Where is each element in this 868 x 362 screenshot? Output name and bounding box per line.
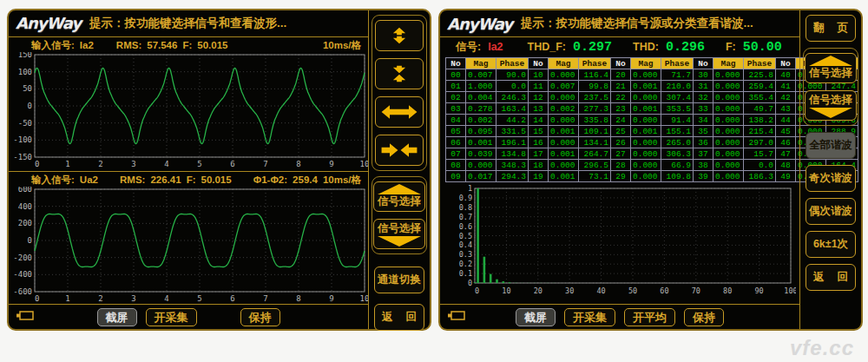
vertical-compress-button[interactable] <box>375 58 424 89</box>
svg-text:4: 4 <box>164 160 168 168</box>
thdf-label: THD_F: <box>528 41 566 53</box>
hold-button[interactable]: 保持 <box>240 308 280 326</box>
scope2-info: 输入信号: Ua2 RMS: 226.41 F: 50.015 Φ1-Φ2: 2… <box>9 171 368 187</box>
vertical-expand-button[interactable] <box>375 20 424 51</box>
cell-phase: 306.3 <box>661 148 694 160</box>
cell-mag: 0.278 <box>466 103 496 115</box>
svg-text:60: 60 <box>660 286 668 295</box>
channel-switch-button[interactable]: 通道切换 <box>374 267 424 293</box>
back-button[interactable]: 返 回 <box>806 264 856 291</box>
hold-button[interactable]: 保持 <box>684 308 724 326</box>
svg-text:5: 5 <box>197 160 201 168</box>
svg-text:6: 6 <box>230 294 234 303</box>
odd-harmonics-button[interactable]: 奇次谐波 <box>806 165 856 192</box>
page-label-left: 翻 <box>813 21 825 36</box>
cell-mag: 0.004 <box>466 92 496 103</box>
signal-select-up-button[interactable]: 信号选择 <box>805 53 857 83</box>
cell-phase: 297.0 <box>744 137 776 148</box>
cell-phase: 335.8 <box>579 115 611 126</box>
cell-no: 08 <box>446 160 466 171</box>
cell-no: 33 <box>694 103 713 115</box>
cell-no: 15 <box>529 126 549 137</box>
table-row: 090.017294.3190.00173.1290.000109.8390.0… <box>446 171 858 182</box>
bottom-bar: 截屏 开采集 开平均 保持 <box>440 304 799 329</box>
svg-text:0.3: 0.3 <box>459 250 472 259</box>
horizontal-compress-button[interactable] <box>375 135 424 166</box>
even-harmonics-button[interactable]: 偶次谐波 <box>806 198 856 225</box>
cell-mag: 0.001 <box>549 126 579 137</box>
all-harmonics-button[interactable]: 全部谐波 <box>806 132 856 159</box>
svg-text:0.4: 0.4 <box>459 240 472 249</box>
col-header-no: No <box>611 58 631 69</box>
cell-no: 02 <box>446 92 466 103</box>
scope1-signal-label: 输入信号: <box>31 39 75 52</box>
cell-mag: 0.000 <box>631 171 661 182</box>
col-header-no: No <box>446 58 466 69</box>
cell-mag: 0.007 <box>549 81 579 92</box>
cell-phase: 134.8 <box>496 148 529 160</box>
start-acquire-button[interactable]: 开采集 <box>564 308 615 326</box>
back-label-left: 返 <box>813 270 825 285</box>
svg-text:2: 2 <box>98 160 102 168</box>
cell-mag: 0.000 <box>713 69 744 81</box>
cell-phase: 15.7 <box>744 148 776 160</box>
scope2-phase-label: Φ1-Φ2: <box>253 174 287 185</box>
signal-label: 信号: <box>456 40 481 55</box>
cell-mag: 0.095 <box>466 126 496 137</box>
table-row: 070.039134.8170.001264.7270.000306.3370.… <box>446 148 858 160</box>
cell-mag: 0.000 <box>549 115 579 126</box>
cell-phase: 348.3 <box>496 160 529 171</box>
col-header-mag: Mag <box>549 58 579 69</box>
screenshot-button[interactable]: 截屏 <box>516 308 556 326</box>
vertical-expand-icon <box>382 24 417 47</box>
cell-mag: 0.000 <box>549 137 579 148</box>
horizontal-expand-button[interactable] <box>375 96 424 128</box>
svg-text:100: 100 <box>18 67 32 76</box>
signal-select-up-button[interactable]: 信号选择 <box>373 181 425 212</box>
back-label-left: 返 <box>382 310 393 325</box>
cell-no: 06 <box>446 137 466 148</box>
cell-no: 29 <box>611 171 631 182</box>
cell-no: 48 <box>776 160 796 171</box>
cell-no: 45 <box>776 126 796 137</box>
start-average-button[interactable]: 开平均 <box>624 308 675 326</box>
cell-no: 37 <box>694 148 713 160</box>
scope2-signal: Ua2 <box>80 174 98 185</box>
svg-text:3: 3 <box>131 160 135 168</box>
scope1-rms-label: RMS: <box>116 40 141 50</box>
cell-mag: 0.000 <box>631 160 661 171</box>
cell-mag: 0.000 <box>549 69 579 81</box>
cell-phase: 355.4 <box>744 92 776 103</box>
signal-select-down-label: 信号选择 <box>809 93 852 108</box>
cell-phase: 0.0 <box>744 160 776 171</box>
scope2-freq-label: F: <box>187 174 196 185</box>
back-button[interactable]: 返 回 <box>374 304 424 331</box>
signal-select-down-label: 信号选择 <box>378 221 421 236</box>
table-row: 040.00244.2140.000335.8240.00091.4340.00… <box>446 115 858 126</box>
thd-label: THD: <box>633 41 659 53</box>
screenshot-button[interactable]: 截屏 <box>97 308 137 326</box>
cell-mag: 0.002 <box>549 103 579 115</box>
cell-no: 44 <box>776 115 796 126</box>
page-flip-button[interactable]: 翻 页 <box>806 15 856 42</box>
cell-no: 19 <box>529 171 549 182</box>
signal-name: Ia2 <box>488 41 503 53</box>
cell-no: 35 <box>694 126 713 137</box>
scope2-timebase: 10ms/格 <box>323 174 361 187</box>
cell-no: 03 <box>446 103 466 115</box>
cell-no: 27 <box>611 148 631 160</box>
6k-plus-minus-1-button[interactable]: 6k±1次 <box>806 231 856 258</box>
cell-phase: 265.0 <box>661 137 694 148</box>
signal-select-down-button[interactable]: 信号选择 <box>805 90 857 121</box>
cell-mag: 0.000 <box>549 92 579 103</box>
cell-phase: 163.4 <box>496 103 529 115</box>
cell-no: 00 <box>446 69 466 81</box>
svg-text:0.1: 0.1 <box>459 269 472 278</box>
cell-phase: 196.1 <box>496 137 529 148</box>
signal-select-down-button[interactable]: 信号选择 <box>373 219 425 249</box>
signal-select-group: 信号选择 信号选择 <box>803 48 858 126</box>
table-row: 050.095331.5150.001109.1250.001155.1350.… <box>446 126 858 137</box>
cell-mag: 0.000 <box>713 137 744 148</box>
cell-mag: 0.000 <box>631 148 661 160</box>
start-acquire-button[interactable]: 开采集 <box>146 308 197 326</box>
